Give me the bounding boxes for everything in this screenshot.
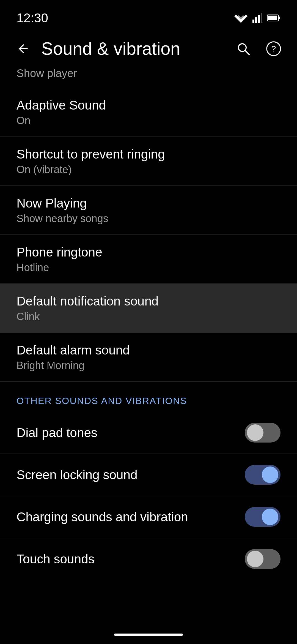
toggle-label-screen-locking-sound: Screen locking sound — [16, 467, 138, 482]
menu-item-subtitle-now-playing: Show nearby songs — [16, 213, 280, 225]
menu-items-container: Adaptive SoundOnShortcut to prevent ring… — [0, 88, 297, 381]
header-actions: ? — [234, 39, 283, 58]
menu-item-phone-ringtone[interactable]: Phone ringtoneHotline — [0, 235, 297, 283]
search-button[interactable] — [234, 39, 253, 58]
svg-rect-2 — [252, 20, 254, 23]
wifi-icon — [234, 13, 248, 23]
menu-item-subtitle-default-notification-sound: Clink — [16, 311, 280, 323]
toggle-label-dial-pad-tones: Dial pad tones — [16, 425, 97, 440]
toggle-switch-charging-sounds-vibration[interactable] — [245, 507, 280, 527]
svg-rect-5 — [261, 13, 262, 23]
toggle-label-charging-sounds-vibration: Charging sounds and vibration — [16, 509, 188, 524]
svg-line-10 — [245, 50, 249, 55]
menu-item-now-playing[interactable]: Now PlayingShow nearby songs — [0, 186, 297, 234]
menu-item-adaptive-sound[interactable]: Adaptive SoundOn — [0, 88, 297, 137]
show-player-label: Show player — [0, 67, 297, 88]
svg-text:?: ? — [271, 44, 276, 53]
menu-item-subtitle-phone-ringtone: Hotline — [16, 262, 280, 274]
toggle-knob-touch-sounds — [247, 551, 263, 567]
toggle-row-touch-sounds[interactable]: Touch sounds — [0, 538, 297, 580]
menu-item-title-default-alarm-sound: Default alarm sound — [16, 343, 280, 358]
toggle-row-charging-sounds-vibration[interactable]: Charging sounds and vibration — [0, 496, 297, 538]
toggle-switch-screen-locking-sound[interactable] — [245, 465, 280, 485]
help-button[interactable]: ? — [264, 39, 283, 58]
menu-item-subtitle-adaptive-sound: On — [16, 115, 280, 127]
toggle-knob-charging-sounds-vibration — [262, 509, 278, 525]
toggle-knob-dial-pad-tones — [247, 424, 263, 441]
status-icons — [234, 13, 280, 23]
signal-icon — [252, 13, 262, 23]
other-sounds-section-header: OTHER SOUNDS AND VIBRATIONS — [0, 382, 297, 412]
battery-icon — [267, 13, 280, 23]
toggle-row-screen-locking-sound[interactable]: Screen locking sound — [0, 454, 297, 496]
toggle-items-container: Dial pad tonesScreen locking soundChargi… — [0, 412, 297, 580]
home-indicator — [114, 634, 183, 636]
menu-item-subtitle-default-alarm-sound: Bright Morning — [16, 360, 280, 372]
toggle-switch-dial-pad-tones[interactable] — [245, 423, 280, 443]
menu-item-subtitle-shortcut-prevent-ringing: On (vibrate) — [16, 164, 280, 176]
status-bar: 12:30 — [0, 0, 297, 30]
menu-item-default-alarm-sound[interactable]: Default alarm soundBright Morning — [0, 333, 297, 381]
toggle-label-touch-sounds: Touch sounds — [16, 552, 95, 566]
menu-item-title-default-notification-sound: Default notification sound — [16, 294, 280, 309]
menu-item-shortcut-prevent-ringing[interactable]: Shortcut to prevent ringingOn (vibrate) — [0, 137, 297, 185]
page-title: Sound & vibration — [41, 39, 226, 59]
header: Sound & vibration ? — [0, 30, 297, 67]
menu-item-default-notification-sound[interactable]: Default notification soundClink — [0, 284, 297, 332]
svg-rect-3 — [255, 17, 257, 23]
svg-rect-7 — [279, 17, 280, 19]
back-button[interactable] — [14, 39, 33, 58]
toggle-knob-screen-locking-sound — [262, 466, 278, 483]
menu-item-title-shortcut-prevent-ringing: Shortcut to prevent ringing — [16, 147, 280, 162]
svg-rect-8 — [268, 16, 277, 20]
menu-item-title-now-playing: Now Playing — [16, 196, 280, 211]
status-time: 12:30 — [16, 10, 48, 25]
toggle-switch-touch-sounds[interactable] — [245, 549, 280, 569]
menu-item-title-phone-ringtone: Phone ringtone — [16, 245, 280, 260]
svg-rect-4 — [258, 15, 260, 23]
toggle-row-dial-pad-tones[interactable]: Dial pad tones — [0, 412, 297, 454]
menu-item-title-adaptive-sound: Adaptive Sound — [16, 98, 280, 113]
